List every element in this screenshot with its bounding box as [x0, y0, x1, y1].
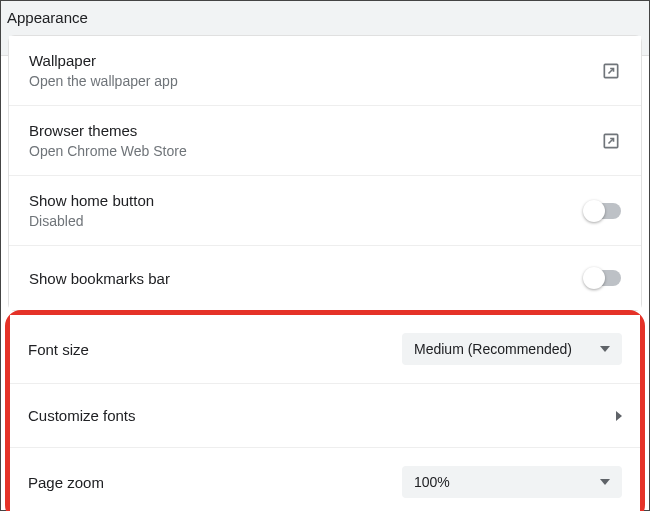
- section-title: Appearance: [7, 9, 88, 26]
- page-zoom-title: Page zoom: [28, 474, 104, 491]
- customize-fonts-row[interactable]: Customize fonts: [10, 384, 640, 448]
- bookmarks-title: Show bookmarks bar: [29, 270, 170, 287]
- themes-title: Browser themes: [29, 122, 187, 139]
- font-size-select[interactable]: Medium (Recommended): [402, 333, 622, 365]
- home-button-toggle[interactable]: [585, 203, 621, 219]
- wallpaper-sub: Open the wallpaper app: [29, 73, 178, 89]
- chevron-right-icon: [616, 411, 622, 421]
- bookmarks-toggle[interactable]: [585, 270, 621, 286]
- external-link-icon: [601, 131, 621, 151]
- chevron-down-icon: [600, 479, 610, 485]
- themes-sub: Open Chrome Web Store: [29, 143, 187, 159]
- page-zoom-select[interactable]: 100%: [402, 466, 622, 498]
- font-size-value: Medium (Recommended): [414, 341, 572, 357]
- themes-row[interactable]: Browser themes Open Chrome Web Store: [9, 106, 641, 176]
- page-zoom-row: Page zoom 100%: [10, 448, 640, 511]
- wallpaper-row[interactable]: Wallpaper Open the wallpaper app: [9, 36, 641, 106]
- settings-panel: Wallpaper Open the wallpaper app Browser…: [9, 36, 641, 310]
- home-sub: Disabled: [29, 213, 154, 229]
- highlight-box: Font size Medium (Recommended) Customize…: [5, 310, 645, 511]
- external-link-icon: [601, 61, 621, 81]
- row-text: Browser themes Open Chrome Web Store: [29, 122, 187, 159]
- font-size-row: Font size Medium (Recommended): [10, 315, 640, 384]
- row-text: Show home button Disabled: [29, 192, 154, 229]
- home-button-row: Show home button Disabled: [9, 176, 641, 246]
- wallpaper-title: Wallpaper: [29, 52, 178, 69]
- chevron-down-icon: [600, 346, 610, 352]
- row-text: Show bookmarks bar: [29, 270, 170, 287]
- settings-frame: Appearance Wallpaper Open the wallpaper …: [0, 0, 650, 511]
- bookmarks-row: Show bookmarks bar: [9, 246, 641, 310]
- page-zoom-value: 100%: [414, 474, 450, 490]
- row-text: Wallpaper Open the wallpaper app: [29, 52, 178, 89]
- font-size-title: Font size: [28, 341, 89, 358]
- customize-fonts-title: Customize fonts: [28, 407, 136, 424]
- home-title: Show home button: [29, 192, 154, 209]
